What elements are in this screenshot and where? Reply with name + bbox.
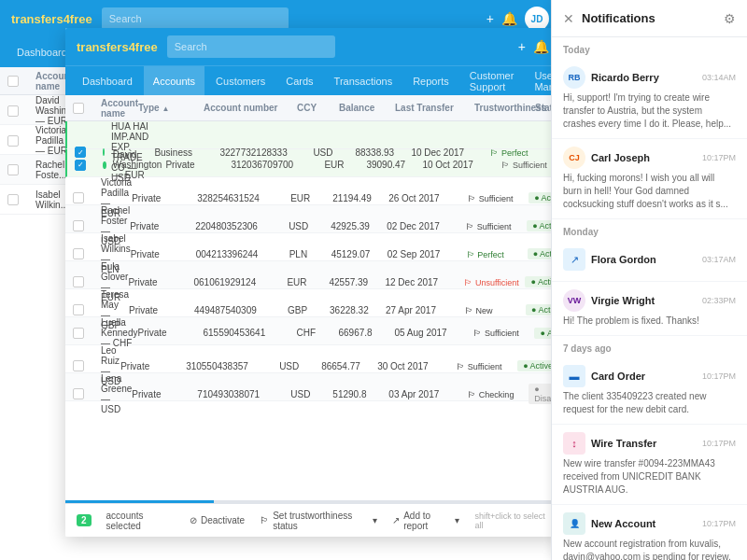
fg-topbar: transfers4free + 🔔 bbox=[65, 28, 560, 65]
fg-dropdown-arrow: ▾ bbox=[373, 515, 377, 525]
fg-table-body: ✓ HUA HAI IMP.AND EXP. TRADE CO — USD Bu… bbox=[65, 121, 560, 457]
notif-time-card: 10:17PM bbox=[702, 371, 736, 381]
fg-nav: Dashboard Accounts Customers Cards Trans… bbox=[65, 65, 560, 95]
notif-time-account: 10:17PM bbox=[702, 519, 736, 528]
notif-section-7days: 7 days ago bbox=[552, 336, 747, 357]
notif-icon-account: 👤 bbox=[563, 512, 585, 535]
fg-selected-label: accounts selected bbox=[106, 511, 175, 531]
fg-topbar-right: + 🔔 bbox=[518, 39, 549, 54]
notif-item-virgie[interactable]: VW Virgie Wright 02:33PM Hi! The problem… bbox=[552, 282, 747, 336]
fg-table-row[interactable]: Lena Greene — USDPrivate710493038071USD5… bbox=[65, 373, 560, 401]
fg-col-type[interactable]: Type ▲ bbox=[138, 103, 204, 113]
notif-text-ricardo: Hi, support! I'm trying to create wire t… bbox=[563, 91, 736, 131]
fg-col-check bbox=[73, 103, 101, 114]
bg-logo: transfers4free bbox=[11, 12, 92, 26]
fg-nav-cards[interactable]: Cards bbox=[276, 66, 322, 96]
bg-col-check bbox=[7, 76, 35, 87]
fg-col-ccy: CCY bbox=[297, 103, 339, 113]
notif-body: Today RB Ricardo Berry 03:14AM Hi, suppo… bbox=[552, 37, 747, 560]
notif-time-ricardo: 03:14AM bbox=[702, 73, 736, 82]
fg-nav-support[interactable]: Customer Support bbox=[460, 66, 524, 96]
notif-item-card-order[interactable]: ▬ Card Order 10:17PM The client 33540922… bbox=[552, 357, 747, 425]
fg-table-row[interactable]: Eula Glover — EURPrivate061061929124EUR4… bbox=[65, 261, 560, 289]
fg-logo: transfers4free bbox=[77, 40, 158, 54]
notif-title: Notifications bbox=[582, 11, 716, 25]
notif-name-virgie: Virgie Wright bbox=[591, 295, 655, 306]
notif-item-new-account[interactable]: 👤 New Account 10:17PM New account regist… bbox=[552, 505, 747, 560]
notif-avatar-carl: CJ bbox=[563, 147, 585, 169]
notif-time-carl: 10:17PM bbox=[702, 153, 736, 162]
notif-name-ricardo: Ricardo Berry bbox=[591, 72, 659, 83]
fg-flag-icon: 🏳 bbox=[260, 515, 269, 525]
fg-table-row[interactable]: Isabel Wilkins — PLNPrivate004213396244P… bbox=[65, 233, 560, 261]
fg-table-row[interactable]: Rachel Foster — USDPrivate220480352306US… bbox=[65, 205, 560, 233]
notif-name-flora: Flora Gordon bbox=[591, 254, 656, 265]
fg-col-account: Account number bbox=[204, 103, 297, 113]
fg-plus-icon[interactable]: + bbox=[518, 39, 526, 54]
fg-table-row[interactable]: Teresa May — GBPPrivate449487540309GBP36… bbox=[65, 289, 560, 317]
fg-nav-reports[interactable]: Reports bbox=[403, 66, 458, 96]
notif-text-virgie: Hi! The problem is fixed. Thanks! bbox=[563, 315, 736, 328]
fg-col-trust: Trustworthiness bbox=[474, 103, 535, 113]
fg-nav-customers[interactable]: Customers bbox=[206, 66, 275, 96]
fg-deactivate-icon: ⊘ bbox=[190, 515, 197, 525]
bg-plus-icon[interactable]: + bbox=[486, 11, 494, 26]
fg-table-row[interactable]: Leo Ruiz — USDPrivate310550438357USD8665… bbox=[65, 345, 560, 373]
fg-trustworthiness-button[interactable]: 🏳 Set trustworthiness status ▾ bbox=[260, 511, 377, 531]
fg-hint-text: shift+click to select all bbox=[474, 511, 549, 530]
notif-section-today: Today bbox=[552, 37, 747, 59]
fg-deactivate-button[interactable]: ⊘ Deactivate bbox=[190, 515, 245, 525]
notif-text-account: New account registration from kuvalis, d… bbox=[563, 538, 736, 560]
fg-table-row[interactable]: ✓ HUA HAI IMP.AND EXP. TRADE CO — USD Bu… bbox=[65, 121, 560, 149]
notif-header: ✕ Notifications ⚙ bbox=[552, 0, 747, 37]
bg-bell-icon[interactable]: 🔔 bbox=[501, 11, 517, 26]
notif-icon-wire: ↕ bbox=[563, 432, 585, 455]
notif-time-wire: 10:17PM bbox=[702, 439, 736, 448]
fg-bottom-bar: 2 accounts selected ⊘ Deactivate 🏳 Set t… bbox=[65, 503, 560, 537]
notif-section-monday: Monday bbox=[552, 219, 747, 241]
fg-selected-count: 2 bbox=[77, 514, 92, 526]
fg-col-transfer: Last Transfer bbox=[395, 103, 474, 113]
fg-table-header: Account name Type ▲ Account number CCY B… bbox=[65, 95, 560, 121]
fg-col-balance: Balance bbox=[339, 103, 395, 113]
notif-time-flora: 03:17AM bbox=[702, 255, 736, 264]
fg-report-icon: ↗ bbox=[392, 515, 400, 525]
notif-text-wire: New wire transfer #0094-223MMA43 receive… bbox=[563, 457, 736, 497]
notif-avatar-ricardo: RB bbox=[563, 66, 585, 89]
fg-add-report-button[interactable]: ↗ Add to report ▾ bbox=[392, 511, 459, 531]
notif-name-carl: Carl Joseph bbox=[591, 152, 650, 163]
notif-item-ricardo[interactable]: RB Ricardo Berry 03:14AM Hi, support! I'… bbox=[552, 59, 747, 139]
notif-time-virgie: 02:33PM bbox=[702, 296, 736, 305]
notif-text-carl: Hi, fucking morons! I wish you all will … bbox=[563, 172, 736, 211]
notif-icon-card: ▬ bbox=[563, 365, 585, 387]
fg-nav-transactions[interactable]: Transactions bbox=[325, 66, 402, 96]
notif-icon-flora: ↗ bbox=[563, 248, 585, 271]
fg-search-input[interactable] bbox=[167, 35, 335, 58]
fg-bell-icon[interactable]: 🔔 bbox=[533, 39, 549, 54]
notif-item-carl[interactable]: CJ Carl Joseph 10:17PM Hi, fucking moron… bbox=[552, 139, 747, 219]
notif-text-card: The client 335409223 created new request… bbox=[563, 390, 736, 416]
notifications-panel: ✕ Notifications ⚙ Today RB Ricardo Berry… bbox=[551, 0, 747, 560]
notif-avatar-virgie: VW bbox=[563, 289, 585, 312]
fg-nav-accounts[interactable]: Accounts bbox=[144, 66, 204, 96]
fg-col-name[interactable]: Account name bbox=[101, 98, 138, 119]
fg-nav-dashboard[interactable]: Dashboard bbox=[73, 66, 142, 96]
notif-close-icon[interactable]: ✕ bbox=[563, 11, 574, 26]
notif-name-card: Card Order bbox=[591, 371, 645, 382]
notif-name-wire: Wire Transfer bbox=[591, 438, 656, 449]
notif-name-account: New Account bbox=[591, 518, 655, 529]
notif-item-wire-transfer[interactable]: ↕ Wire Transfer 10:17PM New wire transfe… bbox=[552, 425, 747, 505]
foreground-window: transfers4free + 🔔 Dashboard Accounts Cu… bbox=[65, 28, 560, 537]
notif-gear-icon[interactable]: ⚙ bbox=[724, 11, 736, 26]
notif-item-flora[interactable]: ↗ Flora Gordon 03:17AM bbox=[552, 241, 747, 282]
fg-table-row[interactable]: Luella Kennedy — CHFPrivate615590453641C… bbox=[65, 317, 560, 345]
bg-search-input[interactable] bbox=[102, 7, 289, 30]
fg-report-dropdown-arrow: ▾ bbox=[455, 515, 459, 525]
